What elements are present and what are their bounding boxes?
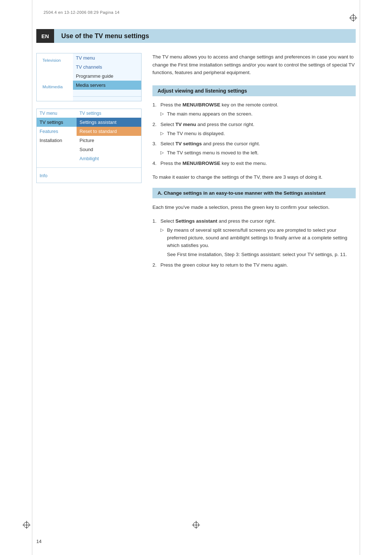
section2-steps: 1. Select Settings assistant and press t… bbox=[152, 218, 356, 269]
step-3: 3. Select TV settings and press the curs… bbox=[152, 140, 356, 157]
reg-mark-bottom-left bbox=[23, 521, 30, 529]
page-content: EN Use of the TV menu settings Televisio… bbox=[36, 29, 356, 533]
step-1-bold: MENU/BROWSE bbox=[183, 102, 220, 108]
step-1-sub: ▷ The main menu appears on the screen. bbox=[160, 110, 356, 118]
step-1-num: 1. bbox=[152, 101, 160, 118]
step-3-rest: and press the cursor right. bbox=[202, 141, 260, 146]
step-3-text: Select bbox=[160, 141, 175, 146]
section2-step-1-bold: Settings assistant bbox=[175, 218, 217, 224]
step-2-num: 2. bbox=[152, 121, 160, 138]
step-3-num: 3. bbox=[152, 140, 160, 157]
step-4-rest: key to exit the menu. bbox=[220, 161, 267, 166]
menu-item-programme-guide[interactable]: Programme guide bbox=[73, 72, 141, 81]
menu2-ambilight[interactable]: Ambilight bbox=[77, 154, 141, 163]
page-number: 14 bbox=[36, 539, 41, 544]
step-2-bold: TV menu bbox=[175, 122, 196, 127]
menu2-header-right: TV settings bbox=[77, 109, 141, 118]
menu-box-2: TV menu TV settings Features Installatio… bbox=[36, 109, 142, 183]
step-1-text: Press the bbox=[160, 102, 183, 108]
en-badge: EN bbox=[36, 29, 54, 43]
section2-step-1: 1. Select Settings assistant and press t… bbox=[152, 218, 356, 259]
step-2: 2. Select TV menu and press the cursor r… bbox=[152, 121, 356, 138]
menu-item-media-servers[interactable]: Media servers bbox=[73, 81, 141, 90]
step-4-text: Press the bbox=[160, 161, 183, 166]
step-2-content: Select TV menu and press the cursor righ… bbox=[160, 121, 356, 138]
menu2-tv-settings[interactable]: TV settings bbox=[37, 118, 77, 127]
section2-step-1-num: 1. bbox=[152, 218, 160, 259]
section2-step-1-text: Select bbox=[160, 218, 175, 224]
section2-step-1-sub: ▷ By means of several split screens/full… bbox=[160, 227, 356, 250]
menu2-features[interactable]: Features bbox=[37, 127, 77, 136]
menu-item-tv-channels[interactable]: TV channels bbox=[73, 62, 141, 72]
menu2-sound[interactable]: Sound bbox=[77, 145, 141, 154]
step-4-bold: MENU/BROWSE bbox=[183, 161, 220, 166]
reg-mark-top-right bbox=[349, 14, 357, 22]
margin-line-left bbox=[32, 0, 32, 555]
menu-box-1: Television Multimedia TV menu TV channel… bbox=[36, 53, 142, 101]
section2-step-1-content: Select Settings assistant and press the … bbox=[160, 218, 356, 259]
section2-step-2-content: Press the green colour key to return to … bbox=[160, 262, 356, 269]
menu-divider-1 bbox=[73, 96, 141, 97]
menu2-settings-assistant[interactable]: Settings assistant bbox=[77, 118, 141, 127]
section1-steps: 1. Press the MENU/BROWSE key on the remo… bbox=[152, 101, 356, 167]
section2-step-1-rest: and press the cursor right. bbox=[217, 218, 276, 224]
page-title: Use of the TV menu settings bbox=[61, 32, 149, 40]
step-2-text: Select bbox=[160, 122, 175, 127]
menu-item-tv-menu[interactable]: TV menu bbox=[73, 53, 141, 62]
section2-step-1-sub-text: By means of several split screens/full s… bbox=[167, 227, 356, 250]
menu2-info: Info bbox=[37, 171, 141, 181]
step-1-content: Press the MENU/BROWSE key on the remote … bbox=[160, 101, 356, 118]
intro-text: The TV menu allows you to access and cha… bbox=[152, 53, 356, 77]
step-3-sub-text: The TV settings menu is moved to the lef… bbox=[167, 149, 259, 157]
main-layout: Television Multimedia TV menu TV channel… bbox=[36, 53, 356, 275]
menu2-header: TV menu TV settings Features Installatio… bbox=[37, 109, 141, 163]
left-column: Television Multimedia TV menu TV channel… bbox=[36, 53, 142, 275]
menu-col-left-1: Television Multimedia bbox=[37, 53, 73, 101]
section2-step-2-num: 2. bbox=[152, 262, 160, 269]
menu-category-television: Television bbox=[40, 56, 70, 63]
menu2-header-left: TV menu bbox=[37, 109, 77, 118]
menu2-picture[interactable]: Picture bbox=[77, 136, 141, 145]
step-2-arrow: ▷ bbox=[160, 130, 167, 138]
section2-para: Each time you've made a selection, press… bbox=[152, 203, 356, 211]
section2-step-2: 2. Press the green colour key to return … bbox=[152, 262, 356, 269]
menu-category-multimedia: Multimedia bbox=[40, 82, 70, 90]
menu-box-1-inner: Television Multimedia TV menu TV channel… bbox=[37, 53, 141, 101]
step-4-content: Press the MENU/BROWSE key to exit the me… bbox=[160, 160, 356, 167]
right-column: The TV menu allows you to access and cha… bbox=[152, 53, 356, 275]
section2-step-1-see: See First time installation, Step 3: Set… bbox=[160, 251, 356, 259]
section2-header: A. Change settings in an easy-to-use man… bbox=[152, 188, 356, 198]
step-4: 4. Press the MENU/BROWSE key to exit the… bbox=[152, 160, 356, 167]
menu2-col-right: TV settings Settings assistant Reset to … bbox=[77, 109, 141, 163]
section1-note: To make it easier to change the settings… bbox=[152, 173, 356, 181]
step-3-bold: TV settings bbox=[175, 141, 202, 146]
menu2-installation[interactable]: Installation bbox=[37, 136, 77, 145]
document-meta: 2504.4 en 13-12-2006 08:29 Pagina 14 bbox=[44, 10, 119, 15]
title-bar: EN Use of the TV menu settings bbox=[36, 29, 356, 43]
step-4-num: 4. bbox=[152, 160, 160, 167]
menu2-reset-standard[interactable]: Reset to standard bbox=[77, 127, 141, 136]
menu-col-right-1: TV menu TV channels Programme guide Medi… bbox=[73, 53, 141, 101]
menu2-col-left: TV menu TV settings Features Installatio… bbox=[37, 109, 77, 163]
section2-step-1-arrow: ▷ bbox=[160, 227, 167, 250]
step-2-sub: ▷ The TV menu is displayed. bbox=[160, 130, 356, 138]
section2-step-2-text: Press the green colour key to return to … bbox=[160, 262, 288, 268]
title-banner: Use of the TV menu settings bbox=[54, 29, 356, 43]
step-3-content: Select TV settings and press the cursor … bbox=[160, 140, 356, 157]
step-1-sub-text: The main menu appears on the screen. bbox=[167, 110, 253, 118]
step-3-sub: ▷ The TV settings menu is moved to the l… bbox=[160, 149, 356, 157]
step-1: 1. Press the MENU/BROWSE key on the remo… bbox=[152, 101, 356, 118]
step-2-rest: and press the cursor right. bbox=[196, 122, 254, 127]
step-3-arrow: ▷ bbox=[160, 149, 167, 157]
step-1-arrow: ▷ bbox=[160, 110, 167, 118]
menu-divider-2 bbox=[37, 167, 141, 168]
step-2-sub-text: The TV menu is displayed. bbox=[167, 130, 225, 138]
section1-header: Adjust viewing and listening settings bbox=[152, 85, 356, 96]
step-1-rest: key on the remote control. bbox=[220, 102, 278, 108]
margin-line-right bbox=[360, 0, 360, 555]
